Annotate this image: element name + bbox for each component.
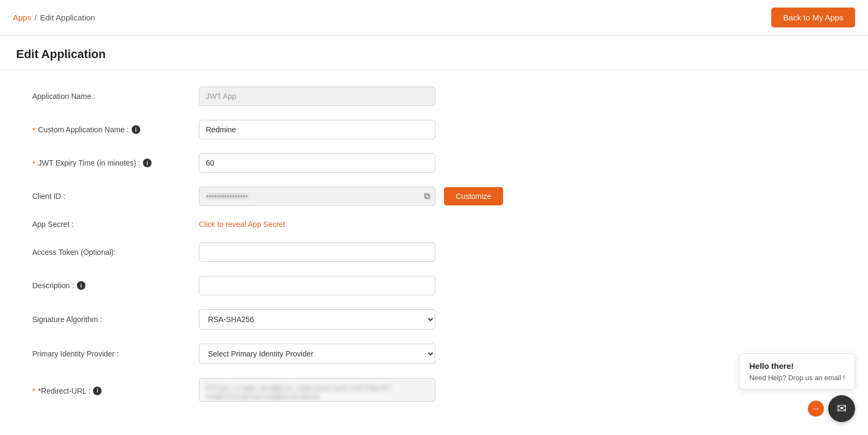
chat-widget: Hello there! Need Help? Drop us an email… [739,353,855,422]
description-row: Description : i [32,276,505,295]
signature-algorithm-label: Signature Algorithm : [32,315,199,324]
copy-client-id-button[interactable]: ⧉ [423,190,431,202]
signature-algorithm-field: RSA-SHA256 HS256 RS256 [199,309,435,330]
breadcrumb-separator: / [34,13,37,22]
custom-application-name-input[interactable] [199,120,435,139]
custom-name-info-icon[interactable]: i [132,125,140,134]
jwt-expiry-input[interactable] [199,153,435,173]
app-secret-field: Click to reveal App Secret [199,220,435,229]
client-id-wrapper: ⧉ [199,187,435,206]
primary-identity-provider-row: Primary Identity Provider : Select Prima… [32,344,505,364]
custom-application-name-field [199,120,435,139]
client-id-field: ⧉ [199,187,435,206]
redirect-url-row: * *Redirect-URL : i https://app.example.… [32,378,505,403]
required-star-jwt: * [32,159,35,168]
redirect-url-info-icon[interactable]: i [93,387,102,395]
apps-breadcrumb-link[interactable]: Apps [13,13,31,22]
description-label: Description : i [32,281,199,290]
app-secret-label: App Secret : [32,220,199,229]
customize-button[interactable]: Customize [444,187,503,205]
primary-identity-provider-field: Select Primary Identity Provider [199,344,435,364]
required-star: * [32,125,35,134]
redirect-url-input[interactable]: https://app.example.com/sso/jwt/callback… [199,378,435,402]
jwt-expiry-field [199,153,435,173]
application-name-input[interactable] [199,87,435,106]
jwt-expiry-label: * JWT Expiry Time (in minutes) : i [32,159,199,168]
page-title-section: Edit Application [0,35,868,70]
breadcrumb: Apps / Edit Application [13,13,95,22]
description-info-icon[interactable]: i [77,281,85,290]
redirect-url-wrapper: https://app.example.com/sso/jwt/callback… [199,378,435,403]
chat-bubble-text: Need Help? Drop us an email ! [749,374,845,382]
primary-identity-provider-label: Primary Identity Provider : [32,350,199,358]
chat-button-row: → ✉ [808,395,855,422]
custom-application-name-row: * Custom Application Name : i [32,120,505,139]
primary-identity-provider-select[interactable]: Select Primary Identity Provider [199,344,435,364]
chat-open-button[interactable]: ✉ [828,395,855,422]
reveal-app-secret-link[interactable]: Click to reveal App Secret [199,220,285,229]
application-name-row: Application Name : [32,87,505,106]
description-field [199,276,435,295]
access-token-input[interactable] [199,243,435,262]
chat-bubble: Hello there! Need Help? Drop us an email… [739,353,855,390]
client-id-label: Client ID : [32,192,199,201]
signature-algorithm-select[interactable]: RSA-SHA256 HS256 RS256 [199,309,435,330]
back-to-my-apps-button[interactable]: Back to My Apps [771,8,855,27]
breadcrumb-current: Edit Application [40,13,95,22]
page-title: Edit Application [16,47,852,61]
chat-bubble-title: Hello there! [749,361,845,370]
app-secret-row: App Secret : Click to reveal App Secret [32,220,505,229]
redirect-url-label: * *Redirect-URL : i [32,386,199,395]
jwt-expiry-row: * JWT Expiry Time (in minutes) : i [32,153,505,173]
jwt-expiry-info-icon[interactable]: i [143,159,152,167]
application-name-label: Application Name : [32,92,199,101]
client-id-input[interactable] [199,187,435,206]
application-name-field [199,87,435,106]
signature-algorithm-row: Signature Algorithm : RSA-SHA256 HS256 R… [32,309,505,330]
access-token-field [199,243,435,262]
description-input[interactable] [199,276,435,295]
client-id-row: Client ID : ⧉ Customize [32,187,505,206]
top-bar: Apps / Edit Application Back to My Apps [0,0,868,35]
access-token-row: Access Token (Optional): [32,243,505,262]
custom-application-name-label: * Custom Application Name : i [32,125,199,134]
required-star-redirect: * [32,386,35,395]
chat-arrow-button[interactable]: → [808,401,824,417]
access-token-label: Access Token (Optional): [32,248,199,256]
edit-application-form: Application Name : * Custom Application … [0,70,537,435]
